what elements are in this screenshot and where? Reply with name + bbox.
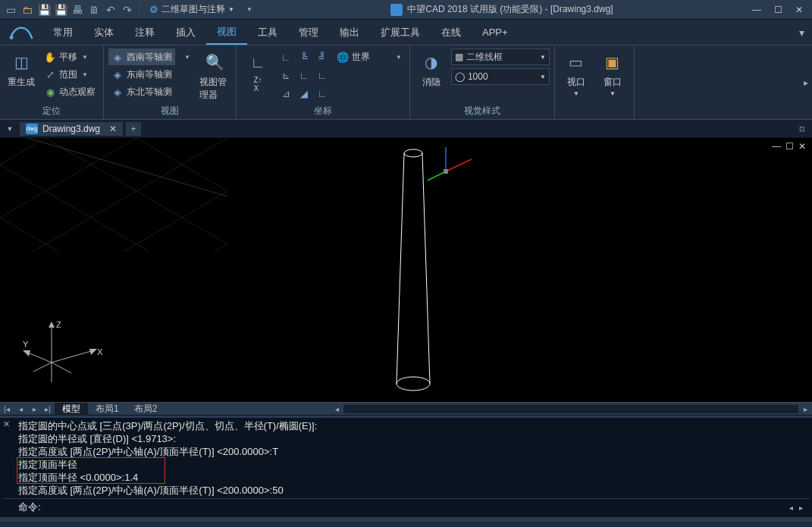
preview-icon[interactable]: 🗎 [86,2,102,17]
svg-point-0 [10,36,14,39]
first-icon[interactable]: |◂ [0,405,14,413]
title-bar: ▭ 🗀 💾 💾 🖶 🗎 ↶ ↷ ⚙ 二维草图与注释 ▼ ▼ 中望CAD 2018… [0,0,812,20]
chevron-down-icon: ▼ [82,71,88,78]
ribbon-toggle-icon[interactable]: ▾ [797,25,812,40]
drawing-viewport[interactable]: Z X Y — ☐ ✕ [0,138,812,402]
minimize-button[interactable]: — [747,2,767,17]
menu-tab-10[interactable]: APP+ [472,20,519,45]
close-tab-icon[interactable]: ✕ [109,124,117,134]
doctab-list-icon[interactable]: ▼ [3,122,17,136]
iso-ne-button[interactable]: ◈东北等轴测 [108,83,175,100]
maximize-button[interactable]: ☐ [768,2,788,17]
ucs-opt-icon[interactable]: ∟ [314,85,331,102]
menu-tab-7[interactable]: 输出 [329,20,370,45]
view-manager-button[interactable]: 🔍 视图管理器 [198,49,231,103]
workspace-label: 二维草图与注释 [161,3,225,16]
new-icon[interactable]: ▭ [3,2,18,17]
iso-se-button[interactable]: ◈东南等轴测 [108,66,175,83]
regen-label: 重生成 [8,76,35,89]
menu-tab-8[interactable]: 扩展工具 [370,20,431,45]
vp-minimize-icon[interactable]: — [772,141,781,152]
ucs-opt-icon[interactable]: ╝ [314,49,331,65]
plot-icon[interactable]: 🖶 [70,2,85,17]
saveall-icon[interactable]: 💾 [53,2,68,17]
cmd-scroll-right-icon[interactable]: ▸ [796,503,806,512]
ucs-opt-icon[interactable]: ◢ [296,85,312,102]
regen-button[interactable]: ◫ 重生成 [5,49,38,90]
viewport-button[interactable]: ▭ 视口 ▼ [560,49,593,99]
svg-marker-15 [89,349,97,355]
wireframe-icon: ▦ [455,52,463,62]
ucs-button[interactable]: ∟ Z↑X [241,49,274,94]
hide-icon: ◑ [419,50,444,74]
next-icon[interactable]: ▸ [27,405,41,413]
extent-icon: ⤢ [44,68,56,80]
command-line: 指定圆的中心点或 [三点(3P)/两点(2P)/切点、切点、半径(T)/椭圆(E… [18,419,809,432]
pan-button[interactable]: ✋平移▼ [41,49,99,65]
menu-tab-2[interactable]: 注释 [124,20,165,45]
menu-tab-3[interactable]: 插入 [165,20,206,45]
undo-icon[interactable]: ↶ [103,2,118,17]
workspace-dropdown[interactable]: ⚙ 二维草图与注释 ▼ [143,2,240,17]
chevron-down-icon: ▼ [82,54,88,61]
title-text: 中望CAD 2018 试用版 (功能受限) - [Drawing3.dwg] [407,3,613,16]
visual-style-dropdown[interactable]: ▦ 二维线框 ▼ [451,49,550,65]
last-icon[interactable]: ▸| [41,405,55,413]
vp-close-icon[interactable]: ✕ [798,141,806,152]
ucs-opt-icon[interactable]: ∟ [314,67,331,83]
layout-scroll: ◂ ▸ [165,405,812,413]
open-icon[interactable]: 🗀 [20,2,35,17]
ucs-opt-icon[interactable]: ╚ [296,49,312,65]
document-filename: Drawing3.dwg [42,124,100,134]
cmd-scroll-left-icon[interactable]: ◂ [786,503,796,512]
hide-button[interactable]: ◑ 消隐 [415,49,448,90]
menu-tab-6[interactable]: 管理 [288,20,329,45]
svg-line-9 [428,171,446,180]
ucs-opt-icon[interactable]: ⊿ [277,85,294,102]
document-tab[interactable]: dwg Drawing3.dwg ✕ [20,122,123,136]
add-tab-button[interactable]: + [126,122,141,136]
tab-layout2[interactable]: 布局2 [127,403,165,416]
window-button[interactable]: ▣ 窗口 ▼ [596,49,629,99]
window-title: 中望CAD 2018 试用版 (功能受限) - [Drawing3.dwg] [257,3,747,16]
vp-maximize-icon[interactable]: ☐ [785,141,794,152]
ucs-opt-icon[interactable]: ∟ [296,67,312,83]
scroll-left-icon[interactable]: ◂ [330,405,343,413]
ribbon-expand-icon[interactable]: ▸ [800,45,812,119]
scroll-right-icon[interactable]: ▸ [798,405,812,413]
world-dropdown[interactable]: 🌐世界▼ [334,49,405,65]
command-close-icon[interactable]: ✕ [3,419,14,430]
chevron-down-icon: ▼ [184,54,190,61]
ucs-opt-icon[interactable]: ⊾ [277,67,294,83]
ucs-icon: ∟ [246,50,270,74]
close-button[interactable]: ✕ [789,2,809,17]
redo-icon[interactable]: ↷ [120,2,135,17]
tab-model[interactable]: 模型 [55,403,88,416]
viewport-window-controls: — ☐ ✕ [772,141,806,152]
extent-button[interactable]: ⤢范围▼ [41,66,99,83]
prev-icon[interactable]: ◂ [14,405,27,413]
ucs-opt-icon[interactable]: ∟ [277,49,294,65]
scale-dropdown[interactable]: ◯ 1000 ▼ [451,68,550,85]
tab-layout1[interactable]: 布局1 [88,403,127,416]
orbit-button[interactable]: ◉动态观察 [41,83,99,100]
chevron-down-icon: ▼ [396,54,402,61]
save-icon[interactable]: 💾 [36,2,52,17]
menu-tab-9[interactable]: 在线 [431,20,472,45]
doc-expand-icon[interactable]: ⊡ [795,122,809,136]
svg-text:X: X [97,347,103,356]
app-logo[interactable] [0,22,42,43]
menu-tab-5[interactable]: 工具 [247,20,288,45]
scale-icon: ◯ [455,71,465,82]
menu-tab-1[interactable]: 实体 [83,20,124,45]
view-dd-button[interactable]: ▼ [178,49,195,65]
ribbon: ◫ 重生成 ✋平移▼ ⤢范围▼ ◉动态观察 定位 ◈西南等轴测 ◈东南等轴测 ◈… [0,45,812,120]
scroll-track[interactable] [343,405,798,413]
qat-more-icon[interactable]: ▼ [242,2,257,17]
command-input[interactable] [41,502,786,513]
iso-sw-button[interactable]: ◈西南等轴测 [108,49,175,65]
menu-tabs: 常用实体注释插入视图工具管理输出扩展工具在线APP+ [42,20,519,45]
menu-tab-0[interactable]: 常用 [42,20,83,45]
svg-text:Z: Z [56,320,61,329]
menu-tab-4[interactable]: 视图 [206,20,247,45]
